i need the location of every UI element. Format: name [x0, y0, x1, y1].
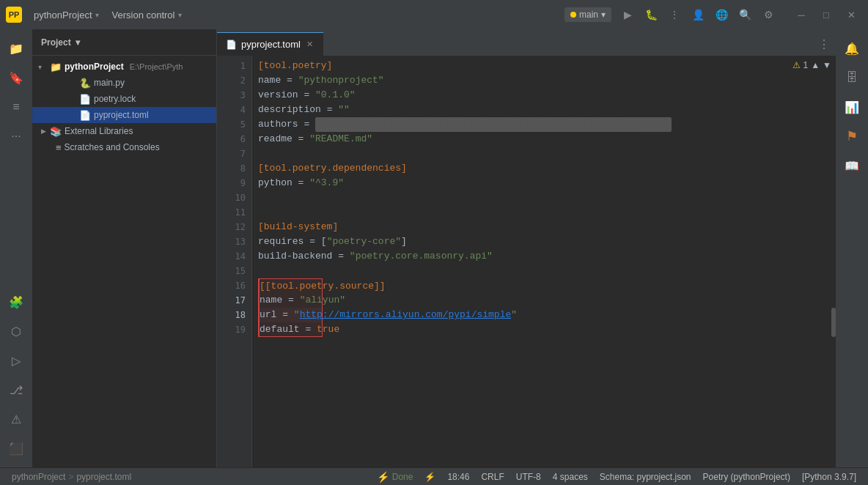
warning-icon: ⚠	[792, 60, 801, 70]
tree-item-scratches[interactable]: ≡ Scratches and Consoles	[32, 139, 216, 155]
more-tools-icon[interactable]: ···	[3, 123, 29, 149]
time-display: 18:46	[447, 472, 469, 482]
ln-3: 3	[217, 88, 251, 103]
editor-container[interactable]: ⚠ 1 ▲ ▼ 1 2 3 4 5 6 7 8 9 10 11 12 13 14	[217, 56, 836, 467]
ln-4: 4	[217, 103, 251, 117]
search-icon[interactable]: 🔍	[738, 7, 752, 22]
tree-item-poetry-lock[interactable]: 📄 poetry.lock	[32, 91, 216, 107]
code-line-11	[258, 205, 836, 220]
ln-19: 19	[217, 322, 251, 337]
breadcrumb-project: pythonProject	[12, 472, 65, 482]
ln-8: 8	[217, 161, 251, 176]
python-text: [Python 3.9.7]	[802, 472, 856, 482]
status-indent[interactable]: 4 spaces	[547, 468, 594, 485]
tree-arrow-ext: ▶	[38, 127, 47, 135]
ai-icon[interactable]: ⚑	[839, 123, 865, 149]
code-line-17: name = "aliyun"	[258, 293, 323, 308]
plugins-icon[interactable]: 🧩	[3, 289, 29, 315]
title-menu: pythonProject ▾ Version control ▾	[28, 7, 188, 23]
code-line-13: requires = ["poetry-core"]	[258, 234, 836, 249]
database-icon[interactable]: 🗄	[839, 64, 865, 91]
tree-label-root: pythonProject	[65, 62, 124, 72]
project-header-chevron: ▾	[76, 37, 80, 48]
tab-icon: 📄	[226, 40, 237, 50]
ln-12: 12	[217, 220, 251, 234]
menu-vc-label: Version control	[112, 10, 175, 21]
indent-text: 4 spaces	[553, 472, 588, 482]
ln-16: 16	[217, 278, 251, 293]
issues-icon[interactable]: ⚠	[3, 406, 29, 432]
libs-icon: 📚	[50, 126, 62, 137]
code-editor[interactable]: [tool.poetry] name = "pythonproject" ver…	[252, 56, 836, 467]
code-line-10	[258, 190, 836, 205]
breadcrumb-file: pyproject.toml	[76, 472, 131, 482]
project-header[interactable]: Project ▾	[32, 29, 216, 56]
branch-chevron: ▾	[601, 10, 606, 20]
project-tree: ▾ 📁 pythonProject E:\Project\Pyth 🐍 main…	[32, 56, 216, 467]
tree-item-root[interactable]: ▾ 📁 pythonProject E:\Project\Pyth	[32, 59, 216, 75]
git-icon[interactable]: ⎇	[3, 377, 29, 403]
tree-item-external-libs[interactable]: ▶ 📚 External Libraries	[32, 123, 216, 139]
settings-icon[interactable]: ⚙	[761, 7, 776, 22]
warning-count: 1	[803, 60, 809, 70]
ln-18: 18	[217, 308, 251, 322]
breadcrumb-sep-1: >	[68, 472, 73, 482]
tree-path-root: E:\Project\Pyth	[130, 62, 183, 71]
python-file-icon: 🐍	[79, 78, 91, 89]
window-controls: ─ □ ✕	[790, 6, 862, 23]
menu-project[interactable]: pythonProject ▾	[28, 7, 105, 23]
terminal-icon[interactable]: ⬛	[3, 435, 29, 462]
tab-close-button[interactable]: ✕	[305, 39, 315, 50]
translate-icon[interactable]: 🌐	[714, 7, 729, 22]
debug-icon[interactable]: 🐛	[644, 7, 658, 22]
menu-version-control[interactable]: Version control ▾	[106, 7, 188, 23]
encoding-text: UTF-8	[516, 472, 541, 482]
ln-5: 5	[217, 117, 251, 132]
status-poetry[interactable]: Poetry (pythonProject)	[697, 468, 796, 485]
status-line-ending[interactable]: CRLF	[475, 468, 510, 485]
breadcrumb-area[interactable]: pythonProject > pyproject.toml	[6, 468, 137, 485]
left-icon-bar: 📁 🔖 ≡ ··· 🧩 ⬡ ▷ ⎇ ⚠ ⬛	[0, 29, 32, 467]
code-line-6: readme = "README.md"	[258, 132, 836, 147]
run-configs-icon[interactable]: ▷	[3, 347, 29, 374]
more-options-icon[interactable]: ⋮	[667, 7, 682, 22]
code-line-3: version = "0.1.0"	[258, 88, 836, 103]
project-header-label: Project	[41, 37, 71, 48]
code-line-5: authors = ██████████████████████████████…	[258, 117, 836, 132]
code-line-19: default = true	[258, 322, 323, 337]
user-icon[interactable]: 👤	[691, 7, 705, 22]
code-line-16: [[tool.poetry.source]]	[258, 278, 323, 293]
docs-icon[interactable]: 📖	[839, 152, 865, 179]
project-tree-icon[interactable]: 📁	[3, 35, 29, 62]
toml-file-icon: 📄	[79, 110, 91, 121]
branch-dot	[570, 12, 576, 18]
tree-label-ext-libs: External Libraries	[65, 126, 133, 136]
status-time[interactable]: 18:46	[441, 468, 475, 485]
structure-icon[interactable]: ≡	[3, 94, 29, 120]
maximize-button[interactable]: □	[815, 6, 837, 23]
minimize-button[interactable]: ─	[790, 6, 812, 23]
status-schema[interactable]: Schema: pyproject.json	[594, 468, 697, 485]
tab-pyproject[interactable]: 📄 pyproject.toml ✕	[217, 32, 323, 56]
status-encoding[interactable]: UTF-8	[510, 468, 547, 485]
tree-item-pyproject[interactable]: 📄 pyproject.toml	[32, 107, 216, 123]
warning-small-icon: ⚡	[377, 471, 389, 483]
status-bar: pythonProject > pyproject.toml ⚡ Done ⚡ …	[0, 467, 868, 485]
right-icon-bar: 🔔 🗄 📊 ⚑ 📖	[836, 29, 868, 467]
run-button[interactable]: ▶	[620, 7, 635, 22]
bookmarks-icon[interactable]: 🔖	[3, 64, 29, 91]
scroll-indicator[interactable]	[831, 308, 836, 337]
status-python[interactable]: [Python 3.9.7]	[796, 468, 862, 485]
tab-more-button[interactable]: ⋮	[812, 32, 836, 56]
tree-item-main-py[interactable]: 🐍 main.py	[32, 75, 216, 91]
close-button[interactable]: ✕	[840, 6, 862, 23]
tree-label-scratches: Scratches and Consoles	[65, 142, 160, 152]
layers-icon[interactable]: ⬡	[3, 318, 29, 344]
ln-2: 2	[217, 73, 251, 88]
notifications-icon[interactable]: 🔔	[839, 35, 865, 62]
analytics-icon[interactable]: 📊	[839, 94, 865, 120]
branch-indicator[interactable]: main ▾	[564, 7, 611, 22]
code-line-9: python = "^3.9"	[258, 176, 836, 190]
scratches-icon: ≡	[56, 142, 62, 153]
tree-label-poetry-lock: poetry.lock	[94, 94, 136, 104]
